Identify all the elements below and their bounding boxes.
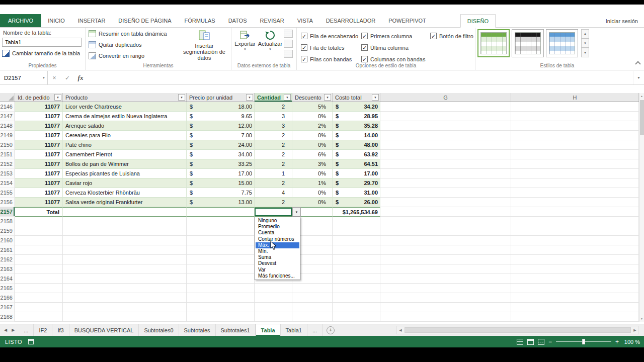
name-box-dropdown-icon[interactable]: ▼ [42, 76, 45, 79]
horizontal-scrollbar[interactable]: ◀ ▶ [396, 326, 639, 334]
table-style-green-tile[interactable] [477, 29, 510, 57]
sheet-tab-if3[interactable]: If3 [52, 324, 69, 336]
checkbox-fila-de-totales[interactable]: ✓Fila de totales [301, 42, 361, 53]
filter-button-icon[interactable]: ▼ [372, 94, 379, 101]
checkbox-ultima-columna[interactable]: ✓Última columna [361, 42, 430, 53]
column-header-cantidad[interactable]: Cantidad▼ [255, 93, 292, 102]
dropdown-item-max[interactable]: Máx. [256, 242, 299, 248]
sheet-tab-subtotales1[interactable]: Subtotales1 [216, 324, 256, 336]
sheet-tab-subtotales0[interactable]: Subtotales0 [139, 324, 179, 336]
summarize-pivot-button[interactable]: Resumir con tabla dinámica [89, 30, 167, 37]
zoom-level[interactable]: 100 % [623, 339, 640, 345]
macro-record-icon[interactable] [28, 339, 34, 344]
row-header-2157[interactable]: 2157 [0, 207, 15, 217]
cancel-button[interactable]: × [48, 71, 61, 84]
ribbon-tab-archivo[interactable]: ARCHIVO [0, 14, 41, 27]
table-style-blue-tile[interactable] [546, 29, 578, 57]
ribbon-tab-powerpivot[interactable]: POWERPIVOT [382, 14, 433, 27]
ribbon-tab-desarrollador[interactable]: DESARROLLADOR [319, 14, 382, 27]
column-header-producto[interactable]: Producto▼ [63, 93, 187, 102]
export-button[interactable]: Exportar ▼ [232, 30, 258, 51]
name-box[interactable]: D2157 ▼ [0, 71, 48, 84]
normal-view-icon[interactable] [517, 339, 523, 345]
select-all-corner[interactable] [0, 93, 15, 102]
dropdown-item-suma[interactable]: Suma [256, 254, 299, 260]
gallery-scroll-down-icon[interactable]: ▼ [581, 39, 589, 48]
row-header-2164[interactable]: 2164 [0, 274, 15, 284]
page-layout-view-icon[interactable] [527, 339, 534, 345]
dropdown-item-ninguno[interactable]: Ninguno [256, 218, 299, 224]
insert-slicer-button[interactable]: Insertar segmentación de datos [179, 29, 229, 61]
resize-table-button[interactable]: Cambiar tamaño de la tabla [2, 50, 80, 57]
filter-button-icon[interactable]: ▼ [246, 94, 253, 101]
sheet-tab-more[interactable]: ... [307, 324, 323, 336]
row-header-2147[interactable]: 2147 [0, 112, 15, 121]
column-header-precio-por-unidad[interactable]: Precio por unidad▼ [187, 93, 255, 102]
dropdown-item-cuenta[interactable]: Cuenta [256, 230, 299, 236]
ribbon-tab-datos[interactable]: DATOS [222, 14, 254, 27]
column-header-g[interactable]: G [380, 93, 511, 102]
dropdown-item-promedio[interactable]: Promedio [256, 224, 299, 230]
sign-in-link[interactable]: Iniciar sesión [606, 14, 638, 28]
insert-function-button[interactable]: fx [74, 71, 87, 84]
row-header-2151[interactable]: 2151 [0, 150, 15, 159]
add-sheet-button[interactable]: + [327, 326, 335, 334]
checkbox-fila-de-encabezado[interactable]: ✓Fila de encabezado [301, 30, 361, 42]
zoom-slider-thumb[interactable] [582, 339, 585, 344]
zoom-in-icon[interactable]: + [615, 339, 619, 345]
row-header-2148[interactable]: 2148 [0, 121, 15, 131]
accept-button[interactable]: ✓ [61, 71, 74, 84]
ribbon-tab-vista[interactable]: VISTA [291, 14, 319, 27]
filter-button-icon[interactable]: ▼ [178, 94, 185, 101]
table-style-dark-tile[interactable] [512, 29, 544, 57]
sheet-tab-subtotales[interactable]: Subtotales [179, 324, 216, 336]
sheet-tab-if2[interactable]: IF2 [34, 324, 52, 336]
row-header-2158[interactable]: 2158 [0, 217, 15, 226]
zoom-slider[interactable] [556, 338, 611, 345]
sheet-tab-more[interactable]: ... [19, 324, 34, 336]
filter-button-icon[interactable]: ▼ [324, 94, 331, 101]
h-scroll-left-icon[interactable]: ◀ [397, 328, 404, 332]
filter-button-icon[interactable]: ▼ [54, 94, 61, 101]
page-break-view-icon[interactable] [538, 339, 544, 345]
gallery-scroll-up-icon[interactable]: ▲ [581, 29, 589, 39]
total-cell-dropdown-button[interactable]: ▼ [292, 207, 301, 217]
ribbon-tab-diseno-de-pagina[interactable]: DISEÑO DE PÁGINA [112, 14, 178, 27]
row-header-2168[interactable]: 2168 [0, 312, 15, 322]
sheet-nav-right-icon[interactable]: ▶ [12, 328, 15, 332]
dropdown-item-min[interactable]: Mín. [256, 248, 299, 254]
row-header-2156[interactable]: 2156 [0, 198, 15, 207]
refresh-button[interactable]: Actualizar ▼ [258, 30, 283, 51]
row-header-2159[interactable]: 2159 [0, 226, 15, 236]
row-header-2155[interactable]: 2155 [0, 188, 15, 198]
row-header-2154[interactable]: 2154 [0, 178, 15, 188]
selected-cell-d2157[interactable] [255, 207, 292, 217]
ribbon-tab-insertar[interactable]: INSERTAR [71, 14, 112, 27]
gallery-more-icon[interactable]: ▼ [581, 48, 589, 57]
checkbox-primera-columna[interactable]: ✓Primera columna [361, 30, 430, 42]
row-header-2160[interactable]: 2160 [0, 236, 15, 245]
row-header-2150[interactable]: 2150 [0, 140, 15, 150]
column-header-costo-total[interactable]: Costo total▼ [333, 93, 380, 102]
row-header-2162[interactable]: 2162 [0, 255, 15, 264]
row-header-2146[interactable]: 2146 [0, 102, 15, 112]
row-header-2152[interactable]: 2152 [0, 159, 15, 169]
ribbon-tab-diseno[interactable]: DISEÑO [460, 14, 496, 28]
scroll-down-icon[interactable]: ▼ [639, 316, 644, 322]
open-in-browser-icon[interactable] [284, 40, 293, 48]
row-header-2161[interactable]: 2161 [0, 245, 15, 255]
expand-formula-bar-icon[interactable]: ▼ [633, 71, 644, 84]
row-header-2165[interactable]: 2165 [0, 284, 15, 293]
remove-duplicates-button[interactable]: Quitar duplicados [89, 41, 142, 48]
horizontal-scroll-thumb[interactable] [405, 327, 631, 333]
ribbon-tab-inicio[interactable]: INICIO [41, 14, 71, 27]
unlink-icon[interactable] [284, 50, 293, 58]
row-header-2153[interactable]: 2153 [0, 169, 15, 178]
table-properties-icon[interactable] [284, 30, 293, 38]
dropdown-item-var[interactable]: Var [256, 267, 299, 273]
row-header-2163[interactable]: 2163 [0, 264, 15, 274]
formula-input[interactable] [87, 71, 633, 84]
sheet-tab-tabla[interactable]: Tabla [256, 324, 281, 336]
ribbon-tab-revisar[interactable]: REVISAR [254, 14, 291, 27]
ribbon-tab-formulas[interactable]: FÓRMULAS [178, 14, 222, 27]
